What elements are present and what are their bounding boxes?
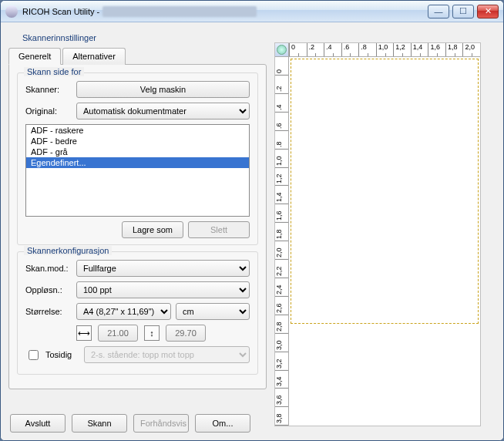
duplex-checkbox[interactable] — [29, 350, 39, 360]
quit-button[interactable]: Avslutt — [10, 414, 66, 433]
size-select[interactable]: A4 (8,27" x 11,69") — [76, 303, 171, 320]
ruler-tick: 1,6 — [428, 43, 445, 56]
ruler-tick: 1,6 — [275, 204, 288, 223]
ruler-tick: 3,4 — [275, 370, 288, 389]
list-item[interactable]: ADF - grå — [26, 146, 249, 157]
select-machine-button[interactable]: Velg maskin — [76, 81, 250, 98]
original-label: Original: — [25, 106, 72, 116]
ruler-tick: 1,2 — [393, 43, 411, 56]
unit-select[interactable]: cm — [176, 303, 250, 320]
ruler-tick: 2,2 — [275, 260, 288, 278]
list-item[interactable]: ADF - bedre — [26, 136, 249, 146]
ruler-tick: 3,2 — [275, 352, 288, 371]
ruler-tick: .2 — [275, 76, 288, 94]
list-item[interactable]: Egendefinert... — [26, 157, 249, 168]
scanner-label: Skanner: — [25, 85, 72, 94]
ruler-tick: 3,6 — [275, 389, 288, 407]
ruler-tick: .6 — [341, 43, 359, 56]
tab-strip: Generelt Alternativer — [8, 47, 267, 64]
tab-pane-general: Skann side for Skanner: Velg maskin Orig… — [8, 64, 267, 389]
ruler-tick: 1,4 — [275, 186, 288, 204]
ruler-tick: 1,4 — [411, 43, 428, 56]
resolution-select[interactable]: 100 ppt — [76, 281, 250, 298]
duplex-label: Tosidig — [45, 350, 79, 359]
ruler-tick: 1,8 — [275, 223, 288, 241]
height-field — [166, 325, 206, 342]
scan-side-group: Skann side for Skanner: Velg maskin Orig… — [17, 72, 258, 245]
ruler-tick: 1,0 — [376, 43, 394, 56]
delete-button[interactable]: Slett — [188, 221, 250, 238]
resolution-label: Oppløsn.: — [25, 285, 72, 295]
preview-button[interactable]: Forhåndsvis — [133, 414, 189, 433]
save-as-button[interactable]: Lagre som — [122, 221, 183, 238]
ruler-tick: .4 — [324, 43, 341, 56]
ruler-tick: .6 — [275, 113, 288, 131]
page-outline[interactable] — [291, 59, 479, 324]
close-button[interactable]: ✕ — [477, 5, 499, 19]
width-field — [98, 325, 138, 342]
ruler-horizontal: 0.2.4.6.81,01,21,41,61,82,0 — [289, 43, 480, 57]
preview-canvas[interactable] — [291, 59, 477, 422]
scan-side-legend: Skann side for — [24, 67, 84, 76]
minimize-button[interactable]: — — [428, 5, 449, 19]
scanner-config-group: Skannerkonfigurasjon Skan.mod.: Fullfarg… — [17, 251, 258, 375]
client-area: Skannerinnstillinger Generelt Alternativ… — [1, 22, 503, 440]
titlebar[interactable]: RICOH Scan Utility - — ☐ ✕ — [1, 1, 503, 22]
ruler-vertical: 0.2.4.6.81,01,21,41,61,82,02,22,42,62,83… — [275, 57, 289, 426]
ruler-tick: 1,0 — [275, 150, 288, 168]
app-icon — [5, 5, 18, 18]
ruler-tick: 2,0 — [462, 43, 480, 56]
ruler-tick: 0 — [289, 43, 307, 56]
ruler-tick: 2,8 — [275, 315, 288, 334]
ruler-tick: .2 — [307, 43, 324, 56]
ruler-tick: 3,0 — [275, 334, 288, 352]
ruler-tick: .4 — [275, 94, 288, 113]
duplex-mode-select: 2-s. stående: topp mot topp — [84, 346, 250, 363]
preview-panel: 0.2.4.6.81,01,21,41,61,82,0 0.2.4.6.81,0… — [274, 42, 481, 426]
list-item[interactable]: ADF - raskere — [26, 125, 249, 136]
preset-listbox[interactable]: ADF - raskere ADF - bedre ADF - grå Egen… — [25, 124, 250, 217]
original-select[interactable]: Automatisk dokumentmater — [76, 103, 250, 120]
ruler-corner[interactable] — [275, 43, 289, 57]
width-icon: ⟷ — [76, 325, 92, 341]
ruler-tick: 0 — [275, 57, 288, 76]
ruler-tick: 2,4 — [275, 278, 288, 297]
app-window: RICOH Scan Utility - — ☐ ✕ Skannerinnsti… — [0, 0, 504, 441]
ruler-tick: 2,6 — [275, 297, 288, 315]
ruler-tick: 2,0 — [275, 241, 288, 260]
maximize-button[interactable]: ☐ — [452, 5, 474, 19]
left-panel: Skannerinnstillinger Generelt Alternativ… — [8, 29, 267, 434]
title-obscured — [102, 6, 257, 17]
mode-label: Skan.mod.: — [25, 264, 72, 273]
settings-label: Skannerinnstillinger — [22, 33, 96, 42]
footer-buttons: Avslutt Skann Forhåndsvis Om... — [10, 414, 250, 433]
size-label: Størrelse: — [25, 307, 72, 316]
ruler-tick: 1,2 — [275, 167, 288, 186]
height-icon: ↕ — [144, 325, 160, 341]
scanner-config-legend: Skannerkonfigurasjon — [24, 246, 112, 255]
ruler-tick: 1,8 — [445, 43, 463, 56]
ruler-tick: 3,8 — [275, 407, 288, 426]
window-title: RICOH Scan Utility - — [22, 7, 99, 16]
about-button[interactable]: Om... — [195, 414, 250, 433]
tab-alternatives[interactable]: Alternativer — [62, 48, 126, 65]
ruler-tick: .8 — [358, 43, 376, 56]
mode-select[interactable]: Fullfarge — [76, 260, 250, 277]
scan-button[interactable]: Skann — [72, 414, 127, 433]
ruler-tick: .8 — [275, 131, 288, 150]
tab-general[interactable]: Generelt — [8, 48, 61, 65]
